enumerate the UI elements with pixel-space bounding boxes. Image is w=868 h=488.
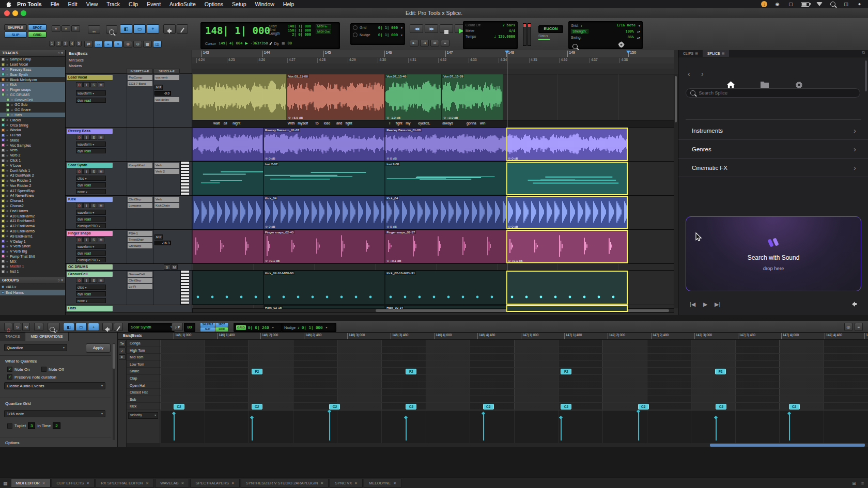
track-header[interactable]: Finger snaps I S M waveform▾ dynread ela… — [66, 230, 192, 263]
notes-view-icon[interactable]: ♪ — [119, 348, 126, 353]
record-enable-button[interactable] — [76, 278, 83, 283]
solo-button[interactable]: S — [90, 278, 97, 283]
midi-note[interactable]: F2 — [406, 369, 416, 374]
track-list-item[interactable]: ≋ GC DRUMS — [0, 92, 65, 97]
close-icon[interactable]: ✕ — [231, 479, 235, 487]
audio-clip[interactable]: Kick_04 0 dB — [264, 196, 385, 229]
insert-slot[interactable]: ChnlStrp — [128, 197, 152, 202]
track-list-item[interactable]: ≋ Wocka — [0, 128, 65, 133]
track-list-item[interactable]: ≋ Inst 1 — [0, 269, 65, 274]
solo-button[interactable]: S — [90, 135, 97, 140]
bottom-tab[interactable]: MELODYNE✕ — [364, 479, 401, 487]
grid-dropdown-arrow[interactable]: ▾ — [401, 26, 402, 29]
track-list-item[interactable]: ≋ A10 EndHarm2 — [0, 213, 65, 218]
audio-clip[interactable] — [192, 74, 287, 120]
input-monitor-button[interactable]: I — [83, 237, 90, 242]
track-list-item[interactable]: ≋ GrooveCell — [0, 97, 65, 102]
sends-column-header[interactable]: SENDS A-E — [153, 69, 180, 74]
track-list-item[interactable]: ≋ A11 EndHarm3 — [0, 218, 65, 224]
tuplet-denominator[interactable]: 2 — [53, 422, 60, 429]
bottom-tab[interactable]: CLIP EFFECTS✕ — [52, 479, 95, 487]
selector-tool-button[interactable]: ▭ — [133, 24, 146, 34]
track-lane[interactable]: Kick_02-16-MIDI-90 Kick_02-16-MIDI-91 — [192, 271, 674, 305]
mute-button[interactable]: M — [22, 323, 30, 331]
send-slot[interactable]: Verb — [154, 197, 179, 202]
bottom-tab[interactable]: SYNC VX✕ — [330, 479, 363, 487]
track-list-item[interactable]: ≋ GC Sub — [0, 102, 65, 107]
search-with-sound-dropzone[interactable]: Search with Sound drop here — [686, 216, 861, 291]
zoom-preset-button[interactable]: 4 — [69, 41, 75, 46]
playhead[interactable] — [507, 50, 507, 312]
input-monitor-button[interactable]: I — [83, 82, 90, 87]
record-enable-button[interactable] — [76, 135, 83, 140]
clip-gain-badge[interactable]: +0.1 dB — [508, 259, 522, 262]
loop-playback-button[interactable]: ∞ — [430, 40, 439, 46]
start-value[interactable]: 148| 1| 000 — [286, 24, 311, 28]
input-monitor-button[interactable]: I — [83, 169, 90, 174]
track-header[interactable]: Hats — [66, 305, 192, 312]
back-icon[interactable]: ‹ — [688, 70, 690, 78]
display-icon[interactable]: ▢ — [787, 2, 794, 7]
audio-clip[interactable] — [192, 128, 264, 161]
menu-item[interactable]: File — [51, 1, 59, 7]
tracks-panel-menu-icon[interactable]: ○ ▾ — [58, 50, 63, 56]
insert-slot[interactable]: KompltKntrl — [128, 163, 152, 168]
track-list-item[interactable]: ≋ Lead Vocal — [0, 62, 65, 67]
close-icon[interactable]: ✕ — [181, 479, 184, 487]
track-list-item[interactable]: ≋ Clacks — [0, 117, 65, 122]
edit-vertical-scrollbar[interactable] — [674, 74, 678, 308]
bars-ruler[interactable]: 143144145146147148149150 — [192, 50, 674, 58]
zoom-preset-button[interactable]: 2 — [56, 41, 61, 46]
track-header[interactable]: Kick I S M waveform▾ dynread elastiquePR… — [66, 196, 192, 229]
velocity-stem[interactable] — [638, 412, 639, 440]
grid-display-icon[interactable]: ▦ — [143, 41, 152, 48]
track-lane[interactable]: Inst 2-07 Inst 2-08 — [192, 162, 674, 195]
drum-lane-label[interactable]: Sub — [127, 396, 160, 403]
end-value[interactable]: 150| 1| 000 — [286, 28, 311, 33]
close-icon[interactable]: ✕ — [146, 479, 149, 487]
track-selector[interactable]: Soar Synth▾ — [128, 323, 175, 332]
track-list-item[interactable]: ≋ Reecey Bass — [0, 67, 65, 72]
link-timeline-icon[interactable]: ⇄ — [84, 41, 93, 48]
track-header[interactable]: Reecey Bass I S M waveform▾ dynread — [66, 128, 192, 161]
menu-item[interactable]: Track — [106, 1, 120, 7]
scrollbar-thumb[interactable] — [675, 76, 677, 122]
track-view-selector[interactable]: clips▾ — [76, 176, 106, 181]
velocity-stem[interactable] — [716, 418, 717, 440]
count-off-label[interactable]: Count Off — [466, 23, 481, 27]
track-lane[interactable]: Reecey Bass-cm_01-07 0 dB Reecey Bass-cm… — [192, 128, 674, 161]
track-name[interactable]: GC DRUMS — [67, 264, 113, 270]
track-list-item[interactable]: ≋ GC Snare — [0, 107, 65, 113]
grid-mode-button[interactable]: GRID — [28, 32, 47, 38]
drum-lane[interactable] — [160, 368, 868, 375]
category-row[interactable]: Genres › — [678, 140, 868, 159]
track-header[interactable]: Lead Vocal I S M waveform▾ dynread ProCo… — [66, 74, 192, 127]
record-enable-button[interactable] — [76, 169, 83, 174]
midi-note[interactable]: C2 — [174, 404, 184, 410]
audio-clip[interactable]: Reecey Bass-cm_01-08 0 dB — [385, 128, 506, 161]
track-list-item[interactable]: ≋ Block Melody.cm — [0, 77, 65, 82]
pencil-tool-button[interactable] — [177, 24, 188, 34]
track-view-selector[interactable]: waveform▾ — [76, 141, 106, 147]
clip-gain-badge[interactable]: 0 dB — [265, 156, 275, 160]
menu-item[interactable]: Clip — [129, 1, 138, 7]
midi-clip[interactable] — [506, 271, 628, 305]
track-list-item[interactable]: ≋ Verb 2 — [0, 153, 65, 158]
send-mute-pan-chip[interactable]: M P — [154, 234, 163, 240]
track-list-item[interactable]: ≋ V Delay 1 — [0, 239, 65, 244]
audio-clip[interactable] — [506, 305, 628, 312]
menu-item[interactable]: Options — [205, 1, 223, 7]
meter-label[interactable]: Meter — [466, 29, 474, 33]
track-list-item[interactable]: ≋ A9 EndHarm1 — [0, 233, 65, 239]
list-icon[interactable]: ≡ — [855, 323, 863, 331]
tab-menu-icon[interactable]: ≡ — [861, 481, 864, 486]
midi-note[interactable]: C2 — [638, 404, 649, 410]
next-sample-icon[interactable]: ▶| — [715, 301, 720, 308]
track-list-item[interactable]: ≋ Finger snaps — [0, 87, 65, 92]
elastic-audio-selector[interactable]: elastiquePRO▾ — [76, 223, 106, 228]
drum-lane-label[interactable]: Low Tom — [127, 361, 160, 368]
mute-button[interactable]: M — [171, 264, 178, 270]
insert-slot[interactable]: EQ3 7-Band — [128, 81, 152, 86]
zoom-preset-button[interactable]: 5 — [76, 41, 82, 46]
nudge-clock-icon[interactable] — [353, 33, 358, 37]
